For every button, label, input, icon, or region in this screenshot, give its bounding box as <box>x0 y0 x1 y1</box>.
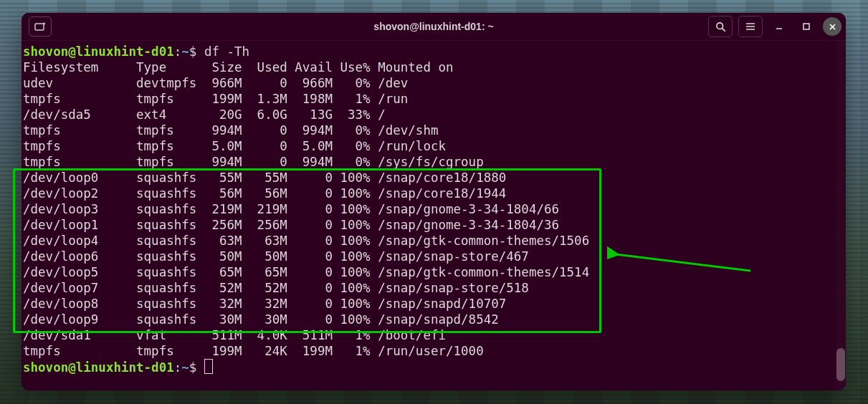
output-row: tmpfs tmpfs 199M 1.3M 198M 1% /run <box>23 91 844 107</box>
titlebar[interactable]: shovon@linuxhint-d01: ~ <box>22 13 846 41</box>
output-row: /dev/sda1 vfat 511M 4.0K 511M 1% /boot/e… <box>23 327 844 343</box>
output-row: /dev/loop0 squashfs 55M 55M 0 100% /snap… <box>23 170 844 186</box>
output-row: /dev/loop2 squashfs 56M 56M 0 100% /snap… <box>23 186 844 201</box>
maximize-icon <box>802 22 811 31</box>
output-row: /dev/loop5 squashfs 65M 65M 0 100% /snap… <box>23 264 844 280</box>
minimize-button[interactable] <box>768 16 790 37</box>
output-row: tmpfs tmpfs 994M 0 994M 0% /dev/shm <box>23 122 844 138</box>
output-row: /dev/loop1 squashfs 256M 256M 0 100% /sn… <box>23 217 844 233</box>
output-row: /dev/loop9 squashfs 30M 30M 0 100% /snap… <box>23 312 844 327</box>
search-icon <box>715 21 726 32</box>
prompt-line: shovon@linuxhint-d01:~$ <box>23 359 844 375</box>
command-text: df -Th <box>204 44 249 59</box>
output-row: /dev/loop6 squashfs 50M 50M 0 100% /snap… <box>23 249 844 264</box>
output-row: /dev/loop4 squashfs 63M 63M 0 100% /snap… <box>23 233 844 249</box>
maximize-button[interactable] <box>796 16 817 37</box>
terminal-window: shovon@linuxhint-d01: ~ <box>22 13 846 390</box>
new-tab-icon <box>34 21 46 32</box>
prompt-line: shovon@linuxhint-d01:~$ df -Th <box>23 44 844 59</box>
output-row: udev devtmpfs 966M 0 966M 0% /dev <box>23 75 844 91</box>
hamburger-icon <box>745 22 755 31</box>
terminal-body[interactable]: shovon@linuxhint-d01:~$ df -ThFilesystem… <box>22 41 846 377</box>
scrollbar-thumb[interactable] <box>836 348 845 381</box>
menu-button[interactable] <box>738 16 763 37</box>
output-row: /dev/loop7 squashfs 52M 52M 0 100% /snap… <box>23 280 844 296</box>
close-button[interactable] <box>823 17 841 36</box>
new-tab-button[interactable] <box>29 16 52 37</box>
svg-rect-0 <box>35 24 44 30</box>
svg-line-4 <box>722 28 725 31</box>
output-row: tmpfs tmpfs 199M 24K 199M 1% /run/user/1… <box>23 343 844 359</box>
output-row: /dev/loop8 squashfs 32M 32M 0 100% /snap… <box>23 296 844 312</box>
output-row: tmpfs tmpfs 5.0M 0 5.0M 0% /run/lock <box>23 138 844 154</box>
search-button[interactable] <box>708 16 733 37</box>
svg-rect-9 <box>803 24 809 29</box>
minimize-icon <box>775 22 783 31</box>
cursor <box>204 359 213 374</box>
output-row: tmpfs tmpfs 994M 0 994M 0% /sys/fs/cgrou… <box>23 154 844 170</box>
output-header: Filesystem Type Size Used Avail Use% Mou… <box>23 59 844 75</box>
scrollbar-track[interactable] <box>836 40 846 390</box>
output-row: /dev/loop3 squashfs 219M 219M 0 100% /sn… <box>23 201 844 217</box>
output-row: /dev/sda5 ext4 20G 6.0G 13G 33% / <box>23 107 844 122</box>
close-icon <box>829 23 836 31</box>
